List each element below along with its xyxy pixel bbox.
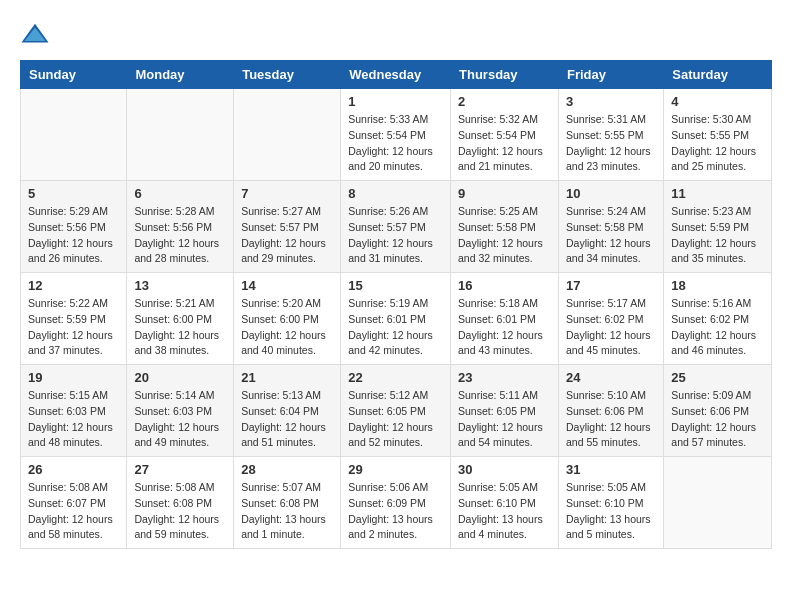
calendar-cell: 21Sunrise: 5:13 AMSunset: 6:04 PMDayligh…	[234, 365, 341, 457]
day-info: Sunrise: 5:05 AMSunset: 6:10 PMDaylight:…	[566, 480, 656, 543]
day-info: Sunrise: 5:19 AMSunset: 6:01 PMDaylight:…	[348, 296, 443, 359]
calendar-header-row: SundayMondayTuesdayWednesdayThursdayFrid…	[21, 61, 772, 89]
calendar-cell: 23Sunrise: 5:11 AMSunset: 6:05 PMDayligh…	[451, 365, 559, 457]
day-info: Sunrise: 5:09 AMSunset: 6:06 PMDaylight:…	[671, 388, 764, 451]
day-header-thursday: Thursday	[451, 61, 559, 89]
day-header-friday: Friday	[558, 61, 663, 89]
calendar-cell: 8Sunrise: 5:26 AMSunset: 5:57 PMDaylight…	[341, 181, 451, 273]
day-info: Sunrise: 5:22 AMSunset: 5:59 PMDaylight:…	[28, 296, 119, 359]
calendar-cell: 28Sunrise: 5:07 AMSunset: 6:08 PMDayligh…	[234, 457, 341, 549]
calendar-cell: 19Sunrise: 5:15 AMSunset: 6:03 PMDayligh…	[21, 365, 127, 457]
day-info: Sunrise: 5:30 AMSunset: 5:55 PMDaylight:…	[671, 112, 764, 175]
day-header-saturday: Saturday	[664, 61, 772, 89]
calendar-cell: 17Sunrise: 5:17 AMSunset: 6:02 PMDayligh…	[558, 273, 663, 365]
calendar-cell: 31Sunrise: 5:05 AMSunset: 6:10 PMDayligh…	[558, 457, 663, 549]
day-info: Sunrise: 5:06 AMSunset: 6:09 PMDaylight:…	[348, 480, 443, 543]
day-info: Sunrise: 5:28 AMSunset: 5:56 PMDaylight:…	[134, 204, 226, 267]
page-header	[20, 20, 772, 50]
calendar-cell: 5Sunrise: 5:29 AMSunset: 5:56 PMDaylight…	[21, 181, 127, 273]
day-number: 25	[671, 370, 764, 385]
day-info: Sunrise: 5:31 AMSunset: 5:55 PMDaylight:…	[566, 112, 656, 175]
calendar-week-1: 1Sunrise: 5:33 AMSunset: 5:54 PMDaylight…	[21, 89, 772, 181]
day-number: 21	[241, 370, 333, 385]
day-info: Sunrise: 5:16 AMSunset: 6:02 PMDaylight:…	[671, 296, 764, 359]
calendar-cell: 12Sunrise: 5:22 AMSunset: 5:59 PMDayligh…	[21, 273, 127, 365]
day-info: Sunrise: 5:11 AMSunset: 6:05 PMDaylight:…	[458, 388, 551, 451]
day-number: 5	[28, 186, 119, 201]
day-info: Sunrise: 5:10 AMSunset: 6:06 PMDaylight:…	[566, 388, 656, 451]
day-info: Sunrise: 5:05 AMSunset: 6:10 PMDaylight:…	[458, 480, 551, 543]
calendar-cell: 3Sunrise: 5:31 AMSunset: 5:55 PMDaylight…	[558, 89, 663, 181]
calendar-cell: 25Sunrise: 5:09 AMSunset: 6:06 PMDayligh…	[664, 365, 772, 457]
day-info: Sunrise: 5:24 AMSunset: 5:58 PMDaylight:…	[566, 204, 656, 267]
calendar-cell	[127, 89, 234, 181]
day-info: Sunrise: 5:23 AMSunset: 5:59 PMDaylight:…	[671, 204, 764, 267]
day-info: Sunrise: 5:08 AMSunset: 6:08 PMDaylight:…	[134, 480, 226, 543]
day-number: 10	[566, 186, 656, 201]
calendar-cell	[21, 89, 127, 181]
day-number: 27	[134, 462, 226, 477]
calendar-cell	[664, 457, 772, 549]
day-number: 18	[671, 278, 764, 293]
calendar-week-4: 19Sunrise: 5:15 AMSunset: 6:03 PMDayligh…	[21, 365, 772, 457]
day-number: 20	[134, 370, 226, 385]
day-info: Sunrise: 5:33 AMSunset: 5:54 PMDaylight:…	[348, 112, 443, 175]
day-number: 3	[566, 94, 656, 109]
calendar-cell: 18Sunrise: 5:16 AMSunset: 6:02 PMDayligh…	[664, 273, 772, 365]
calendar-cell: 30Sunrise: 5:05 AMSunset: 6:10 PMDayligh…	[451, 457, 559, 549]
day-info: Sunrise: 5:26 AMSunset: 5:57 PMDaylight:…	[348, 204, 443, 267]
day-number: 11	[671, 186, 764, 201]
calendar-cell: 2Sunrise: 5:32 AMSunset: 5:54 PMDaylight…	[451, 89, 559, 181]
day-number: 6	[134, 186, 226, 201]
day-info: Sunrise: 5:27 AMSunset: 5:57 PMDaylight:…	[241, 204, 333, 267]
day-number: 22	[348, 370, 443, 385]
day-number: 16	[458, 278, 551, 293]
day-number: 30	[458, 462, 551, 477]
calendar-cell: 6Sunrise: 5:28 AMSunset: 5:56 PMDaylight…	[127, 181, 234, 273]
day-info: Sunrise: 5:32 AMSunset: 5:54 PMDaylight:…	[458, 112, 551, 175]
calendar-cell: 4Sunrise: 5:30 AMSunset: 5:55 PMDaylight…	[664, 89, 772, 181]
day-number: 7	[241, 186, 333, 201]
calendar-cell: 1Sunrise: 5:33 AMSunset: 5:54 PMDaylight…	[341, 89, 451, 181]
calendar-week-5: 26Sunrise: 5:08 AMSunset: 6:07 PMDayligh…	[21, 457, 772, 549]
calendar-cell	[234, 89, 341, 181]
day-info: Sunrise: 5:29 AMSunset: 5:56 PMDaylight:…	[28, 204, 119, 267]
calendar-cell: 29Sunrise: 5:06 AMSunset: 6:09 PMDayligh…	[341, 457, 451, 549]
day-info: Sunrise: 5:14 AMSunset: 6:03 PMDaylight:…	[134, 388, 226, 451]
calendar-cell: 9Sunrise: 5:25 AMSunset: 5:58 PMDaylight…	[451, 181, 559, 273]
calendar-cell: 13Sunrise: 5:21 AMSunset: 6:00 PMDayligh…	[127, 273, 234, 365]
day-info: Sunrise: 5:25 AMSunset: 5:58 PMDaylight:…	[458, 204, 551, 267]
calendar-cell: 24Sunrise: 5:10 AMSunset: 6:06 PMDayligh…	[558, 365, 663, 457]
logo	[20, 20, 52, 50]
day-number: 4	[671, 94, 764, 109]
day-info: Sunrise: 5:17 AMSunset: 6:02 PMDaylight:…	[566, 296, 656, 359]
calendar-cell: 27Sunrise: 5:08 AMSunset: 6:08 PMDayligh…	[127, 457, 234, 549]
day-header-monday: Monday	[127, 61, 234, 89]
day-number: 31	[566, 462, 656, 477]
day-number: 28	[241, 462, 333, 477]
day-info: Sunrise: 5:15 AMSunset: 6:03 PMDaylight:…	[28, 388, 119, 451]
calendar-cell: 15Sunrise: 5:19 AMSunset: 6:01 PMDayligh…	[341, 273, 451, 365]
day-number: 26	[28, 462, 119, 477]
calendar-week-2: 5Sunrise: 5:29 AMSunset: 5:56 PMDaylight…	[21, 181, 772, 273]
calendar-cell: 20Sunrise: 5:14 AMSunset: 6:03 PMDayligh…	[127, 365, 234, 457]
day-info: Sunrise: 5:21 AMSunset: 6:00 PMDaylight:…	[134, 296, 226, 359]
day-info: Sunrise: 5:08 AMSunset: 6:07 PMDaylight:…	[28, 480, 119, 543]
day-number: 8	[348, 186, 443, 201]
day-number: 23	[458, 370, 551, 385]
day-number: 2	[458, 94, 551, 109]
logo-icon	[20, 20, 50, 50]
calendar-cell: 14Sunrise: 5:20 AMSunset: 6:00 PMDayligh…	[234, 273, 341, 365]
day-number: 17	[566, 278, 656, 293]
calendar-cell: 11Sunrise: 5:23 AMSunset: 5:59 PMDayligh…	[664, 181, 772, 273]
day-number: 1	[348, 94, 443, 109]
day-number: 15	[348, 278, 443, 293]
day-number: 12	[28, 278, 119, 293]
day-header-wednesday: Wednesday	[341, 61, 451, 89]
day-number: 13	[134, 278, 226, 293]
calendar-week-3: 12Sunrise: 5:22 AMSunset: 5:59 PMDayligh…	[21, 273, 772, 365]
day-header-sunday: Sunday	[21, 61, 127, 89]
calendar-table: SundayMondayTuesdayWednesdayThursdayFrid…	[20, 60, 772, 549]
day-info: Sunrise: 5:18 AMSunset: 6:01 PMDaylight:…	[458, 296, 551, 359]
day-info: Sunrise: 5:07 AMSunset: 6:08 PMDaylight:…	[241, 480, 333, 543]
